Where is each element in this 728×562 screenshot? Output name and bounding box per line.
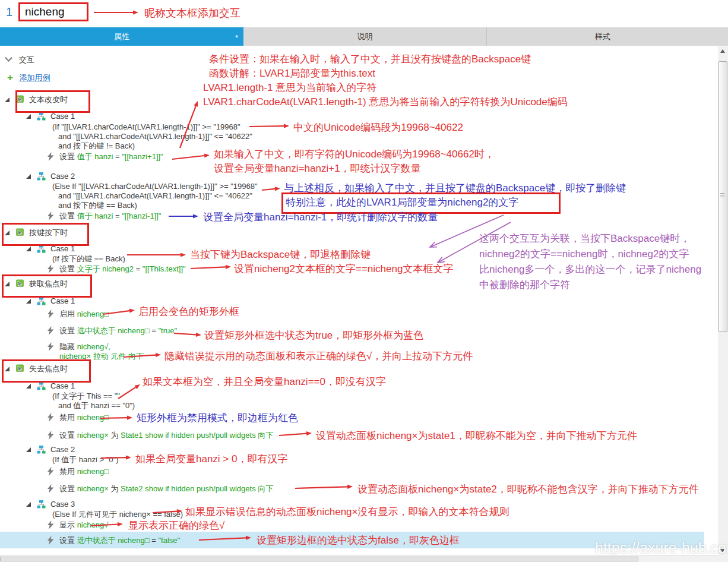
- action-row[interactable]: 启用 nicheng□: [48, 310, 109, 321]
- cond-row[interactable]: (If 值于 hanzi > "0"): [52, 455, 118, 465]
- expander-icon[interactable]: [26, 447, 31, 452]
- vertical-scrollbar-thumb[interactable]: [718, 61, 727, 332]
- case-icon: [37, 296, 46, 308]
- expander-icon[interactable]: [26, 174, 31, 179]
- annotation-note: 显示表示正确的绿色√: [128, 519, 224, 532]
- action-row[interactable]: 禁用 nicheng□: [48, 413, 109, 424]
- tab-properties[interactable]: 属性 *: [0, 27, 243, 46]
- lightning-bolt-icon: [48, 536, 54, 547]
- expander-icon[interactable]: [26, 502, 31, 507]
- action-text: 设置 文字于 nicheng2 = "[[This.text]]": [59, 264, 186, 274]
- annotation-note: 设置全局变量hanzi=hanzi-1，即统计删除汉字的数量: [203, 210, 438, 224]
- widget-name-input[interactable]: [18, 2, 88, 21]
- action-text: 设置 值于 hanzi = "[[hanzi-1]]": [59, 211, 161, 221]
- add-case-label: 添加用例: [20, 73, 50, 82]
- action-row[interactable]: 显示 nicheng√: [48, 520, 108, 532]
- tab-label: 样式: [595, 32, 610, 41]
- expander-icon[interactable]: [5, 282, 10, 286]
- annotation-note: 启用会变色的矩形外框: [138, 305, 239, 318]
- cond-row[interactable]: (Else If "[[LVAR1.charCodeAt(LVAR1.lengt…: [52, 182, 258, 191]
- expander-icon[interactable]: [26, 384, 31, 389]
- annotation-note: 设置动态面板nicheng×为state1，即昵称不能为空，并向下推动下方元件: [316, 429, 637, 443]
- case-label: Case 2: [50, 172, 75, 181]
- annotation-note: 设置动态面板nicheng×为state2，即昵称不能包含汉字，并向下推动下方元…: [357, 482, 699, 496]
- case-icon: [37, 500, 46, 511]
- event-label: 按键按下时: [29, 228, 68, 238]
- action-row[interactable]: 设置 选中状态于 nicheng□ = "false": [48, 536, 180, 547]
- tab-notes[interactable]: 说明: [244, 27, 486, 46]
- tab-label: 说明: [357, 32, 373, 41]
- chevron-down-icon: [5, 54, 12, 62]
- event-icon: [15, 364, 24, 375]
- expander-icon[interactable]: [26, 114, 31, 119]
- tab-label: 属性: [114, 32, 129, 41]
- event-row[interactable]: 文本改变时: [5, 95, 68, 106]
- watermark: https://axure-hub.com: [595, 539, 728, 557]
- annotation-note: 设置矩形外框选中状态为true，即矩形外框为蓝色: [204, 329, 423, 342]
- expander-icon[interactable]: [26, 299, 31, 304]
- interactions-title: 交互: [19, 55, 34, 64]
- cond-row[interactable]: (If 文字于 This == "": [52, 391, 120, 401]
- horizontal-scrollbar-thumb[interactable]: [0, 557, 638, 561]
- case-icon: [37, 381, 46, 393]
- case-icon: [37, 244, 46, 255]
- annotation-note: 中文的Unicode编码段为19968~40622: [293, 121, 463, 134]
- action-row[interactable]: 禁用 nicheng□: [48, 467, 109, 478]
- cond-row[interactable]: and "[[LVAR1.charCodeAt(LVAR1.length-1)]…: [58, 132, 252, 141]
- annotation-note: 当按下键为Backspace键，即退格删除键: [190, 248, 371, 261]
- action2-row[interactable]: nicheng× 拉动 元件 向下: [59, 352, 144, 361]
- action-row[interactable]: 设置 nicheng× 为 State1 show if hidden push…: [48, 431, 273, 442]
- scroll-up-arrow-icon[interactable]: [718, 46, 728, 56]
- plus-icon: +: [7, 72, 13, 83]
- event-row[interactable]: 获取焦点时: [5, 279, 68, 291]
- cond-row[interactable]: (If 按下的键 == Back): [52, 254, 125, 264]
- condition-text: and "[[LVAR1.charCodeAt(LVAR1.length-1)]…: [58, 191, 252, 201]
- footnote-index: 1: [6, 5, 12, 19]
- lightning-bolt-icon: [48, 152, 54, 163]
- cond-row[interactable]: and 按下的键 == Back): [58, 201, 137, 210]
- annotation-note: 函数讲解：LVAR1局部变量为this.text: [209, 67, 375, 80]
- event-label: 失去焦点时: [29, 364, 68, 374]
- add-case-link[interactable]: + 添加用例: [7, 71, 50, 83]
- lightning-bolt-icon: [48, 431, 54, 442]
- action-text: 设置 选中状态于 nicheng□ = "false": [59, 536, 180, 545]
- interactions-section-header[interactable]: 交互: [6, 55, 34, 65]
- cond-row[interactable]: (If "[[LVAR1.charCodeAt(LVAR1.length-1)]…: [52, 122, 240, 132]
- action-text: nicheng× 拉动 元件 向下: [59, 352, 144, 361]
- action-text: 显示 nicheng√: [59, 520, 108, 530]
- case-label: Case 1: [50, 112, 75, 121]
- event-row[interactable]: 失去焦点时: [5, 364, 68, 375]
- action-row[interactable]: 设置 值于 hanzi = "[[hanzi+1]]": [48, 152, 163, 163]
- annotation-note: 设置矩形边框的选中状态为false，即灰色边框: [257, 533, 460, 547]
- expander-icon[interactable]: [5, 97, 10, 102]
- action-row[interactable]: 设置 nicheng× 为 State2 show if hidden push…: [48, 484, 273, 495]
- condition-text: (Else If 元件可见于 nicheng× == false): [52, 510, 183, 519]
- condition-text: (If 文字于 This == "": [52, 391, 120, 401]
- case-row[interactable]: Case 1: [26, 112, 75, 123]
- vertical-scrollbar[interactable]: [718, 46, 728, 555]
- event-label: 获取焦点时: [29, 279, 68, 289]
- action-row[interactable]: 设置 选中状态于 nicheng□ = "true": [48, 326, 177, 337]
- cond-row[interactable]: and 值于 hanzi == "0"): [58, 401, 135, 411]
- tab-style[interactable]: 样式: [486, 27, 718, 46]
- condition-text: and 按下的键 == Back): [58, 201, 137, 210]
- annotation-note: 如果输入了中文，即有字符的Unicode编码为19968~40662时，: [214, 147, 495, 161]
- case-icon: [37, 112, 46, 123]
- expander-icon[interactable]: [5, 231, 10, 235]
- event-icon: [15, 228, 24, 239]
- condition-text: and 值于 hanzi == "0"): [58, 401, 135, 411]
- case-row[interactable]: Case 1: [26, 296, 75, 308]
- expander-icon[interactable]: [5, 367, 10, 371]
- lightning-bolt-icon: [48, 467, 54, 478]
- action-row[interactable]: 设置 值于 hanzi = "[[hanzi-1]]": [48, 211, 161, 223]
- cond-row[interactable]: and "[[LVAR1.charCodeAt(LVAR1.length-1)]…: [58, 191, 252, 201]
- cond-row[interactable]: (Else If 元件可见于 nicheng× == false): [52, 510, 183, 519]
- cond-row[interactable]: and 按下的键 != Back): [58, 141, 135, 151]
- event-icon: [15, 95, 24, 106]
- action-text: 设置 nicheng× 为 State2 show if hidden push…: [59, 484, 273, 494]
- expander-icon[interactable]: [26, 247, 31, 251]
- annotation-note: nichneg2的文字==nicheng时，nichneg2的文字: [479, 247, 689, 261]
- event-row[interactable]: 按键按下时: [5, 228, 68, 239]
- case-label: Case 1: [50, 381, 75, 391]
- action-row[interactable]: 设置 文字于 nicheng2 = "[[This.text]]": [48, 264, 186, 276]
